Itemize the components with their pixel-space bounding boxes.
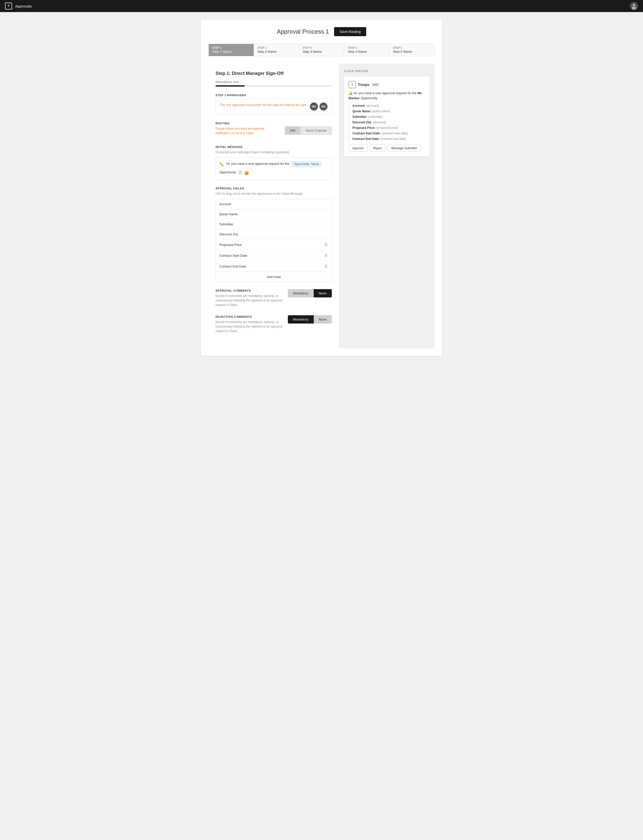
slack-field-submitter: Submitter: {submitter} bbox=[353, 114, 425, 119]
step-3-name: Step 3 Name bbox=[303, 50, 341, 54]
slack-field-val-quote-name: {quote name} bbox=[372, 109, 390, 113]
approval-mandatory-button[interactable]: Mandatory bbox=[288, 289, 314, 297]
slack-field-discount: Discount (%): {discount} bbox=[353, 120, 425, 125]
slack-reject-button[interactable]: Reject bbox=[369, 145, 385, 152]
routing-dm-button[interactable]: DM bbox=[285, 126, 300, 135]
approval-comments-desc: Decide if comments are mandatory, option… bbox=[215, 294, 283, 307]
add-field-button[interactable]: Add Field bbox=[216, 272, 331, 282]
slack-opportunity-label: Opportunity bbox=[361, 96, 377, 100]
rejection-comments-toggle: Mandatory None bbox=[288, 315, 332, 323]
step-2[interactable]: STEP 2 Step 2 Name bbox=[254, 44, 299, 56]
svg-point-2 bbox=[632, 7, 636, 10]
slack-field-quote-name: Quote Name: {quote name} bbox=[353, 109, 425, 114]
delete-proposed-price-icon[interactable]: 🗑 bbox=[324, 242, 328, 247]
field-label-quote-name: Quote Name bbox=[219, 212, 238, 216]
slack-field-label-proposed-price: Proposed Price: bbox=[353, 126, 376, 130]
slack-field-contract-start: Contract Start Date: {contract start dat… bbox=[353, 131, 425, 135]
page-title: Approval Process 1 bbox=[277, 28, 329, 35]
approval-comments-toggle: Mandatory None bbox=[288, 289, 332, 297]
table-row: Submitter bbox=[216, 219, 331, 229]
fields-list: Account Quote Name Submitter Discount (%… bbox=[215, 199, 332, 282]
slack-approve-button[interactable]: Approve bbox=[349, 145, 367, 152]
slack-app-name: Troops bbox=[357, 83, 369, 86]
topnav-avatar[interactable] bbox=[630, 2, 638, 10]
slack-card: T Troops APP 🔔 Hi, you have a new approv… bbox=[344, 77, 429, 156]
step-4[interactable]: STEP 4 Step 4 Name bbox=[344, 44, 389, 56]
save-routing-button[interactable]: Save Routing bbox=[334, 27, 366, 36]
initial-message-section: INITIAL MESSAGE Customize your message (… bbox=[215, 145, 332, 180]
step-panel-title: Step 1: Direct Manager Sign-Off bbox=[215, 71, 332, 76]
avatar-1: MG bbox=[310, 103, 318, 111]
slack-field-val-submitter: {submitter} bbox=[368, 115, 382, 119]
approval-comments-left: APPROVAL COMMENTS Decide if comments are… bbox=[215, 289, 283, 310]
progress-bar-fill bbox=[215, 85, 245, 86]
step-4-number: STEP 4 bbox=[348, 46, 385, 49]
delete-contract-start-icon[interactable]: 🗑 bbox=[324, 253, 328, 258]
routing-section: ROUTING Decide where you want the Approv… bbox=[215, 122, 332, 139]
topnav-left: T Approvals bbox=[5, 3, 32, 10]
approval-comments-title: APPROVAL COMMENTS bbox=[215, 289, 283, 292]
approval-fields-section: APPROVAL FIELDS Click & drag cell to reo… bbox=[215, 187, 332, 282]
table-row: Contract End Date 🗑 bbox=[216, 261, 331, 272]
routing-slack-channel-button[interactable]: Slack Channel bbox=[300, 126, 332, 135]
avatar-2: MG bbox=[320, 103, 328, 111]
rejection-comments-left: REJECTION COMMENTS Decide if comments ar… bbox=[215, 315, 283, 336]
delete-contract-end-icon[interactable]: 🗑 bbox=[324, 264, 328, 269]
slack-preview-title: SLACK PREVIEW bbox=[344, 70, 429, 73]
slack-field-label-quote-name: Quote Name: bbox=[353, 109, 372, 113]
user-avatar-icon bbox=[630, 3, 638, 10]
step-1[interactable]: STEP 1 Step 1 Name bbox=[209, 44, 254, 56]
rejection-comments-section: REJECTION COMMENTS Decide if comments ar… bbox=[215, 315, 332, 336]
field-label-contract-end: Contract End Date bbox=[219, 264, 246, 268]
slack-field-val-discount: {discount} bbox=[373, 121, 386, 124]
approval-none-button[interactable]: None bbox=[314, 289, 332, 297]
content-area: Step 1: Direct Manager Sign-Off PROGRESS… bbox=[209, 64, 434, 348]
approval-fields-desc: Click & drag cell to reorder the appeara… bbox=[215, 191, 332, 196]
slack-field-contract-end: Contract End Date: {contract end date} bbox=[353, 137, 425, 141]
right-panel: SLACK PREVIEW T Troops APP 🔔 Hi, you hav… bbox=[339, 64, 434, 348]
left-panel: Step 1: Direct Manager Sign-Off PROGRESS… bbox=[209, 64, 339, 348]
slack-troops-logo: T bbox=[349, 81, 356, 88]
approval-fields-title: APPROVAL FIELDS bbox=[215, 187, 332, 190]
field-label-account: Account bbox=[219, 202, 231, 206]
rejection-comments-title: REJECTION COMMENTS bbox=[215, 315, 283, 318]
topnav: T Approvals bbox=[0, 0, 643, 12]
topnav-logo: T bbox=[5, 3, 12, 10]
approvers-section: STEP 1 APRROVERS The only approvers resp… bbox=[215, 94, 332, 115]
topnav-title: Approvals bbox=[15, 4, 32, 8]
approval-comments-section: APPROVAL COMMENTS Decide if comments are… bbox=[215, 289, 332, 310]
step-5-name: Step 5 Name bbox=[393, 50, 431, 54]
field-label-contract-start: Contract Start Date bbox=[219, 254, 247, 258]
slack-fields: Account: {account} Quote Name: {quote na… bbox=[349, 103, 425, 141]
approvers-row: The only approvers responsible for this … bbox=[215, 98, 332, 115]
opportunity-name-tag[interactable]: Opportunity: Name bbox=[291, 161, 321, 167]
steps-container: STEP 1 Step 1 Name STEP 2 Step 2 Name ST… bbox=[209, 44, 434, 56]
field-label-proposed-price: Proposed Price bbox=[219, 243, 242, 247]
slack-field-account: Account: {account} bbox=[353, 103, 425, 108]
slack-field-val-account: {account} bbox=[366, 104, 379, 108]
page-header: Approval Process 1 Save Routing bbox=[209, 27, 434, 36]
table-row: Quote Name bbox=[216, 209, 331, 219]
step-4-name: Step 4 Name bbox=[348, 50, 385, 54]
table-row: Account bbox=[216, 199, 331, 209]
slack-field-val-contract-start: {contract start date} bbox=[382, 132, 408, 135]
slack-field-label-account: Account: bbox=[353, 104, 366, 108]
slack-message-submitter-button[interactable]: Message Submitter bbox=[388, 145, 421, 152]
step-3[interactable]: STEP 3 Step 3 Name bbox=[299, 44, 344, 56]
rejection-none-button[interactable]: None bbox=[314, 315, 332, 323]
step-1-name: Step 1 Name bbox=[212, 50, 250, 54]
slack-field-val-contract-end: {contract end date} bbox=[380, 137, 406, 141]
routing-desc: Decide where you want the Approval notif… bbox=[215, 126, 280, 135]
step-5[interactable]: STEP 5 Step 5 Name bbox=[389, 44, 434, 56]
field-label-discount: Discount (%) bbox=[219, 232, 238, 236]
step-2-number: STEP 2 bbox=[258, 46, 295, 49]
table-row: Proposed Price 🗑 bbox=[216, 240, 331, 250]
slack-actions: Approve Reject Message Submitter bbox=[349, 145, 425, 152]
slack-field-proposed-price: Proposed Price: {proposed price} bbox=[353, 126, 425, 130]
routing-toggle-group: DM Slack Channel bbox=[285, 126, 332, 135]
smile-emoji: 😄 bbox=[244, 170, 249, 176]
rejection-mandatory-button[interactable]: Mandatory bbox=[288, 315, 314, 323]
slack-app-row: T Troops APP bbox=[349, 81, 425, 88]
table-row: Discount (%) bbox=[216, 229, 331, 240]
approvers-title: STEP 1 APRROVERS bbox=[215, 94, 332, 97]
